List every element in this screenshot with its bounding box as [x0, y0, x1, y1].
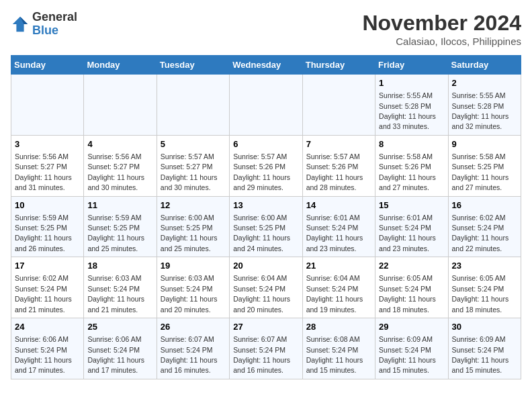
day-detail: Sunrise: 6:02 AM Sunset: 5:24 PM Dayligh…	[15, 274, 72, 313]
day-detail: Sunrise: 6:09 AM Sunset: 5:24 PM Dayligh…	[379, 335, 436, 374]
location: Calasiao, Ilocos, Philippines	[362, 36, 521, 47]
calendar-day-cell: 27Sunrise: 6:07 AM Sunset: 5:24 PM Dayli…	[230, 318, 302, 379]
day-number: 13	[233, 199, 298, 212]
logo-general: General	[32, 10, 77, 24]
day-detail: Sunrise: 6:04 AM Sunset: 5:24 PM Dayligh…	[233, 274, 290, 313]
day-detail: Sunrise: 5:59 AM Sunset: 5:25 PM Dayligh…	[15, 214, 72, 253]
weekday-header: Saturday	[448, 56, 521, 75]
month-year: November 2024	[362, 11, 521, 36]
day-detail: Sunrise: 6:08 AM Sunset: 5:24 PM Dayligh…	[306, 335, 363, 374]
day-detail: Sunrise: 5:56 AM Sunset: 5:27 PM Dayligh…	[15, 152, 72, 191]
page-header: General Blue November 2024 Calasiao, Ilo…	[11, 11, 521, 47]
day-detail: Sunrise: 6:00 AM Sunset: 5:25 PM Dayligh…	[161, 214, 218, 253]
calendar-day-cell: 21Sunrise: 6:04 AM Sunset: 5:24 PM Dayli…	[302, 257, 375, 318]
day-detail: Sunrise: 6:06 AM Sunset: 5:24 PM Dayligh…	[15, 335, 72, 374]
weekday-header: Thursday	[302, 56, 375, 75]
day-detail: Sunrise: 6:01 AM Sunset: 5:24 PM Dayligh…	[306, 214, 363, 253]
day-detail: Sunrise: 5:57 AM Sunset: 5:26 PM Dayligh…	[233, 152, 290, 191]
calendar-day-cell: 9Sunrise: 5:58 AM Sunset: 5:25 PM Daylig…	[448, 135, 521, 196]
calendar-day-cell	[11, 75, 84, 136]
day-number: 19	[161, 260, 226, 272]
calendar-day-cell: 11Sunrise: 5:59 AM Sunset: 5:25 PM Dayli…	[84, 196, 157, 257]
calendar-day-cell: 14Sunrise: 6:01 AM Sunset: 5:24 PM Dayli…	[302, 196, 375, 257]
logo-text: General Blue	[32, 11, 77, 38]
day-detail: Sunrise: 5:57 AM Sunset: 5:26 PM Dayligh…	[306, 152, 363, 191]
calendar-day-cell: 29Sunrise: 6:09 AM Sunset: 5:24 PM Dayli…	[375, 318, 448, 379]
day-number: 9	[452, 138, 517, 150]
calendar-week-row: 10Sunrise: 5:59 AM Sunset: 5:25 PM Dayli…	[11, 196, 521, 257]
day-detail: Sunrise: 6:06 AM Sunset: 5:24 PM Dayligh…	[87, 335, 144, 374]
day-number: 28	[306, 321, 371, 333]
calendar-week-row: 1Sunrise: 5:55 AM Sunset: 5:28 PM Daylig…	[11, 75, 521, 136]
day-detail: Sunrise: 5:56 AM Sunset: 5:27 PM Dayligh…	[87, 152, 144, 191]
day-number: 2	[452, 77, 517, 89]
day-number: 3	[15, 138, 80, 150]
calendar-day-cell: 18Sunrise: 6:03 AM Sunset: 5:24 PM Dayli…	[84, 257, 157, 318]
day-number: 21	[306, 260, 371, 272]
calendar-day-cell	[84, 75, 157, 136]
logo-icon	[11, 15, 30, 34]
day-number: 15	[379, 199, 444, 212]
calendar-day-cell: 30Sunrise: 6:09 AM Sunset: 5:24 PM Dayli…	[448, 318, 521, 379]
calendar-day-cell: 22Sunrise: 6:05 AM Sunset: 5:24 PM Dayli…	[375, 257, 448, 318]
day-number: 1	[379, 77, 444, 89]
calendar-day-cell	[157, 75, 229, 136]
calendar-day-cell: 8Sunrise: 5:58 AM Sunset: 5:26 PM Daylig…	[375, 135, 448, 196]
day-number: 14	[306, 199, 371, 212]
day-detail: Sunrise: 6:05 AM Sunset: 5:24 PM Dayligh…	[379, 274, 436, 313]
calendar-day-cell: 23Sunrise: 6:05 AM Sunset: 5:24 PM Dayli…	[448, 257, 521, 318]
calendar-day-cell: 20Sunrise: 6:04 AM Sunset: 5:24 PM Dayli…	[230, 257, 302, 318]
calendar-day-cell: 25Sunrise: 6:06 AM Sunset: 5:24 PM Dayli…	[84, 318, 157, 379]
day-number: 29	[379, 321, 444, 333]
calendar-day-cell: 7Sunrise: 5:57 AM Sunset: 5:26 PM Daylig…	[302, 135, 375, 196]
day-detail: Sunrise: 5:59 AM Sunset: 5:25 PM Dayligh…	[87, 214, 144, 253]
calendar-table: SundayMondayTuesdayWednesdayThursdayFrid…	[11, 55, 521, 379]
title-block: November 2024 Calasiao, Ilocos, Philippi…	[362, 11, 521, 47]
day-detail: Sunrise: 5:57 AM Sunset: 5:27 PM Dayligh…	[161, 152, 218, 191]
calendar-day-cell: 5Sunrise: 5:57 AM Sunset: 5:27 PM Daylig…	[157, 135, 229, 196]
weekday-header: Monday	[84, 56, 157, 75]
calendar-week-row: 17Sunrise: 6:02 AM Sunset: 5:24 PM Dayli…	[11, 257, 521, 318]
day-number: 12	[161, 199, 226, 212]
day-detail: Sunrise: 5:58 AM Sunset: 5:26 PM Dayligh…	[379, 152, 436, 191]
day-number: 8	[379, 138, 444, 150]
day-detail: Sunrise: 5:55 AM Sunset: 5:28 PM Dayligh…	[379, 91, 436, 130]
calendar-header: SundayMondayTuesdayWednesdayThursdayFrid…	[11, 56, 521, 75]
day-number: 11	[87, 199, 152, 212]
day-detail: Sunrise: 5:55 AM Sunset: 5:28 PM Dayligh…	[452, 91, 509, 130]
calendar-week-row: 24Sunrise: 6:06 AM Sunset: 5:24 PM Dayli…	[11, 318, 521, 379]
weekday-header: Sunday	[11, 56, 84, 75]
calendar-day-cell: 12Sunrise: 6:00 AM Sunset: 5:25 PM Dayli…	[157, 196, 229, 257]
calendar-day-cell: 15Sunrise: 6:01 AM Sunset: 5:24 PM Dayli…	[375, 196, 448, 257]
day-detail: Sunrise: 6:05 AM Sunset: 5:24 PM Dayligh…	[452, 274, 509, 313]
day-number: 4	[87, 138, 152, 150]
calendar-day-cell	[230, 75, 302, 136]
day-detail: Sunrise: 6:02 AM Sunset: 5:24 PM Dayligh…	[452, 214, 509, 253]
day-number: 23	[452, 260, 517, 272]
day-number: 5	[161, 138, 226, 150]
calendar-day-cell: 13Sunrise: 6:00 AM Sunset: 5:25 PM Dayli…	[230, 196, 302, 257]
day-detail: Sunrise: 6:04 AM Sunset: 5:24 PM Dayligh…	[306, 274, 363, 313]
weekday-header: Tuesday	[157, 56, 229, 75]
day-number: 30	[452, 321, 517, 333]
calendar-day-cell: 19Sunrise: 6:03 AM Sunset: 5:24 PM Dayli…	[157, 257, 229, 318]
calendar-day-cell: 3Sunrise: 5:56 AM Sunset: 5:27 PM Daylig…	[11, 135, 84, 196]
calendar-day-cell: 24Sunrise: 6:06 AM Sunset: 5:24 PM Dayli…	[11, 318, 84, 379]
calendar-day-cell: 2Sunrise: 5:55 AM Sunset: 5:28 PM Daylig…	[448, 75, 521, 136]
day-detail: Sunrise: 5:58 AM Sunset: 5:25 PM Dayligh…	[452, 152, 509, 191]
calendar-day-cell: 28Sunrise: 6:08 AM Sunset: 5:24 PM Dayli…	[302, 318, 375, 379]
calendar-day-cell: 10Sunrise: 5:59 AM Sunset: 5:25 PM Dayli…	[11, 196, 84, 257]
weekday-header: Wednesday	[230, 56, 302, 75]
day-number: 18	[87, 260, 152, 272]
day-number: 16	[452, 199, 517, 212]
day-number: 6	[233, 138, 298, 150]
day-detail: Sunrise: 6:03 AM Sunset: 5:24 PM Dayligh…	[161, 274, 218, 313]
weekday-header: Friday	[375, 56, 448, 75]
day-number: 24	[15, 321, 80, 333]
calendar-day-cell	[302, 75, 375, 136]
logo-blue: Blue	[32, 24, 58, 37]
day-number: 27	[233, 321, 298, 333]
calendar-day-cell: 16Sunrise: 6:02 AM Sunset: 5:24 PM Dayli…	[448, 196, 521, 257]
calendar-day-cell: 6Sunrise: 5:57 AM Sunset: 5:26 PM Daylig…	[230, 135, 302, 196]
day-number: 26	[161, 321, 226, 333]
